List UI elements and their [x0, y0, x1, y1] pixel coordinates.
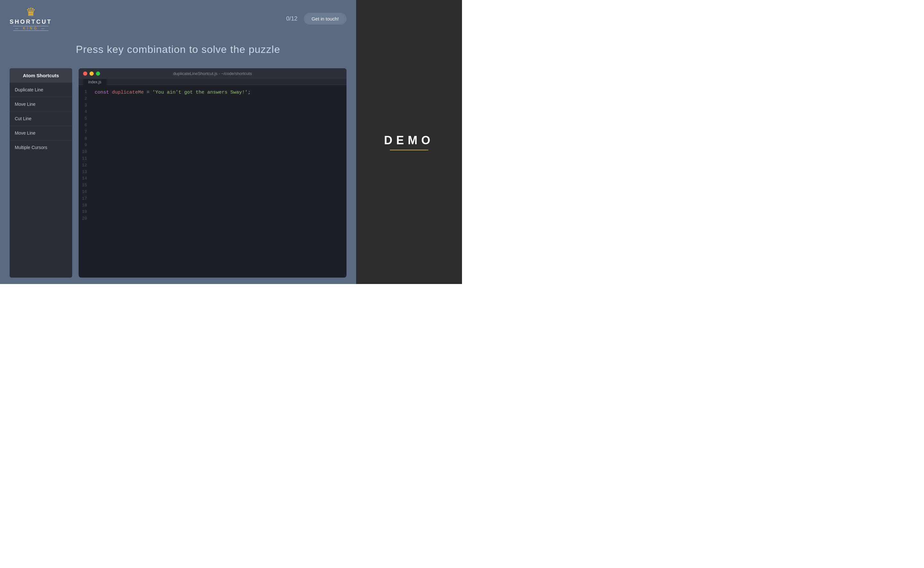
- sidebar-item-duplicate-line[interactable]: Duplicate Line: [10, 83, 72, 97]
- editor-title: duplicateLineShortcut.js - ~/code/shortc…: [173, 71, 252, 76]
- demo-underline: [390, 150, 428, 150]
- logo-king-text: — KING —: [13, 26, 48, 31]
- line-numbers: 12345 678910 1112131415 1617181920: [79, 88, 91, 274]
- editor-body[interactable]: 12345 678910 1112131415 1617181920 const…: [79, 85, 347, 278]
- code-line-3: [95, 104, 343, 112]
- sidebar-item-multiple-cursors[interactable]: Multiple Cursors: [10, 140, 72, 154]
- content-area: Atom Shortcuts Duplicate Line Move Line …: [10, 68, 347, 278]
- puzzle-instruction: Press key combination to solve the puzzl…: [10, 44, 347, 56]
- sidebar-title: Atom Shortcuts: [10, 68, 72, 83]
- header-right: 0/12 Get in touch!: [286, 13, 347, 25]
- get-in-touch-button[interactable]: Get in touch!: [304, 13, 347, 25]
- header: ♛ SHORTCUT — KING — 0/12 Get in touch!: [10, 6, 347, 31]
- minimize-button[interactable]: [89, 71, 94, 76]
- code-line-6: [95, 127, 343, 135]
- logo-shortcut-text: SHORTCUT: [10, 18, 52, 25]
- close-button[interactable]: [83, 71, 87, 76]
- window-buttons: [83, 71, 100, 76]
- code-line-5: [95, 119, 343, 127]
- crown-icon: ♛: [26, 6, 36, 18]
- code-line-7: [95, 135, 343, 143]
- score-display: 0/12: [286, 15, 297, 22]
- right-panel: DEMO: [356, 0, 462, 284]
- code-line-9: [95, 150, 343, 158]
- editor-tab-bar: index.js: [79, 79, 347, 85]
- code-line-2: [95, 97, 343, 104]
- sidebar-item-cut-line[interactable]: Cut Line: [10, 112, 72, 126]
- sidebar: Atom Shortcuts Duplicate Line Move Line …: [10, 68, 72, 278]
- sidebar-item-move-line-2[interactable]: Move Line: [10, 126, 72, 140]
- logo: ♛ SHORTCUT — KING —: [10, 6, 52, 31]
- editor-window: duplicateLineShortcut.js - ~/code/shortc…: [79, 68, 347, 278]
- maximize-button[interactable]: [96, 71, 100, 76]
- code-line-8: [95, 143, 343, 150]
- demo-section: DEMO: [384, 134, 434, 150]
- main-area: ♛ SHORTCUT — KING — 0/12 Get in touch! P…: [0, 0, 356, 284]
- demo-title: DEMO: [384, 134, 434, 147]
- code-line-1: const duplicateMe = 'You ain't got the a…: [95, 89, 343, 97]
- code-content: const duplicateMe = 'You ain't got the a…: [91, 88, 347, 274]
- sidebar-item-move-line-1[interactable]: Move Line: [10, 97, 72, 112]
- editor-titlebar: duplicateLineShortcut.js - ~/code/shortc…: [79, 68, 347, 79]
- code-line-4: [95, 112, 343, 119]
- code-line-10: [95, 158, 343, 166]
